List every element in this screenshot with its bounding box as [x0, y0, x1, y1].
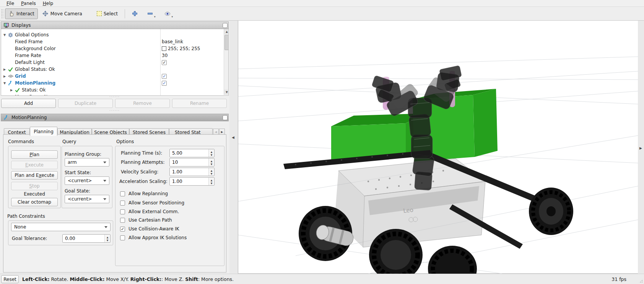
motionplanning-panel-header[interactable]: MotionPlanning: [1, 114, 229, 121]
chevron-down-icon[interactable]: ▾: [154, 15, 156, 18]
tree-row-label: Grid: [14, 73, 26, 79]
velocity-scaling-input[interactable]: [170, 168, 208, 176]
planning-group-select[interactable]: arm: [65, 158, 109, 166]
planning-attempts-input[interactable]: [170, 158, 208, 166]
remove-display-button[interactable]: Remove: [115, 99, 170, 108]
tree-row-label: Status: Ok: [21, 87, 46, 93]
goal-tolerance-input[interactable]: [63, 235, 104, 242]
allow-sensor-positioning-checkbox[interactable]: Allow Sensor Positioning: [120, 200, 184, 206]
tree-row-motionplanning[interactable]: ▼ MotionPlanning ✓: [1, 80, 224, 87]
acceleration-scaling-label: Acceleration Scaling:: [119, 179, 168, 184]
collapse-arrow-icon[interactable]: ▼: [2, 82, 7, 85]
tree-row-global-options[interactable]: ▼ Global Options: [1, 31, 224, 38]
spinner-arrows-icon[interactable]: ▲▼: [104, 235, 110, 242]
plan-button[interactable]: Plan: [11, 150, 58, 159]
zoom-in-tool-button[interactable]: [129, 8, 141, 19]
tree-row-status-ok[interactable]: ▶ Status: Ok: [1, 87, 224, 93]
toolbar-grip[interactable]: [1, 9, 3, 19]
frame-rate-value[interactable]: 30: [162, 53, 168, 58]
acceleration-scaling-input[interactable]: [170, 178, 208, 185]
scrollbar-thumb[interactable]: [224, 35, 229, 50]
tree-row-label: Default Light: [14, 60, 45, 65]
rename-display-button[interactable]: Rename: [172, 99, 227, 108]
motionplanning-enabled-checkbox[interactable]: ✓: [162, 81, 167, 86]
spinner-arrows-icon[interactable]: ▲▼: [208, 158, 214, 166]
dock-right-gutter[interactable]: ▶: [638, 21, 644, 274]
start-state-select[interactable]: <current>: [65, 176, 109, 185]
add-display-button[interactable]: Add: [1, 99, 56, 108]
plan-and-execute-button[interactable]: Plan and Execute: [11, 171, 58, 180]
interact-tool-button[interactable]: Interact: [5, 8, 38, 19]
planning-time-input[interactable]: [170, 149, 208, 157]
menu-help[interactable]: Help: [39, 0, 57, 7]
expand-arrow-icon[interactable]: ▶: [2, 68, 7, 71]
view-tool-button[interactable]: ▾: [161, 8, 177, 19]
expand-arrow-icon[interactable]: ▶: [2, 75, 7, 78]
tree-row-default-light[interactable]: Default Light ✓: [1, 59, 224, 66]
scroll-down-icon[interactable]: ▼: [224, 90, 229, 95]
tab-planning[interactable]: Planning: [30, 127, 57, 136]
panel-float-button[interactable]: [223, 23, 228, 28]
expand-arrow-icon[interactable]: ▶: [9, 88, 14, 92]
select-tool-button[interactable]: Select: [94, 8, 121, 19]
chevron-down-icon[interactable]: ▾: [171, 15, 173, 18]
menu-file[interactable]: File: [3, 0, 18, 7]
background-color-value[interactable]: 255; 255; 255: [162, 46, 200, 51]
allow-external-comm-checkbox[interactable]: Allow External Comm.: [120, 209, 179, 214]
motionplanning-icon: [7, 81, 14, 86]
use-collision-aware-ik-checkbox[interactable]: ✓Use Collision-Aware IK: [120, 226, 179, 232]
tree-row-grid[interactable]: ▶ Grid ✓: [1, 73, 224, 80]
planning-attempts-spinner[interactable]: ▲▼: [169, 158, 215, 166]
tree-scrollbar[interactable]: ▲ ▼: [224, 29, 229, 95]
panel-resize-gutter[interactable]: ◀: [229, 21, 238, 274]
allow-replanning-checkbox[interactable]: Allow Replanning: [120, 191, 168, 196]
spinner-arrows-icon[interactable]: ▲▼: [208, 168, 214, 176]
spinner-arrows-icon[interactable]: ▲▼: [208, 149, 214, 157]
move-camera-tool-button[interactable]: Move Camera: [39, 8, 85, 19]
scroll-up-icon[interactable]: ▲: [224, 29, 229, 34]
collapse-left-icon[interactable]: ◀: [232, 135, 234, 139]
chevron-down-icon: [103, 198, 106, 200]
duplicate-display-button[interactable]: Duplicate: [58, 99, 113, 108]
tree-row-background-color[interactable]: Background Color 255; 255; 255: [1, 45, 224, 52]
planning-time-label: Planning Time (s):: [121, 150, 162, 156]
tree-row-frame-rate[interactable]: Frame Rate 30: [1, 52, 224, 59]
splitter-handle[interactable]: ······: [0, 110, 229, 112]
plus-icon: [132, 11, 138, 17]
default-light-checkbox[interactable]: ✓: [162, 60, 167, 65]
tree-row-fixed-frame[interactable]: Fixed Frame base_link: [1, 38, 224, 45]
fixed-frame-value[interactable]: base_link: [162, 39, 183, 44]
svg-text:Leo: Leo: [403, 206, 414, 214]
panel-float-button[interactable]: [223, 115, 228, 120]
goal-state-select[interactable]: <current>: [65, 195, 109, 203]
execute-button[interactable]: Execute: [11, 161, 58, 169]
clear-octomap-button[interactable]: Clear octomap: [11, 198, 58, 206]
monitor-icon: [3, 22, 9, 28]
collapse-arrow-icon[interactable]: ▼: [2, 33, 7, 37]
collapse-right-icon[interactable]: ▶: [639, 146, 642, 150]
zoom-out-tool-button[interactable]: ▾: [144, 8, 159, 19]
splitter-handle[interactable]: ······: [0, 96, 229, 98]
fps-counter: 31 fps: [611, 276, 626, 282]
menu-panels[interactable]: Panels: [18, 0, 39, 7]
velocity-scaling-spinner[interactable]: ▲▼: [169, 168, 215, 176]
3d-viewport[interactable]: Leo: [238, 21, 638, 274]
reset-button[interactable]: Reset: [1, 275, 19, 283]
tree-row-global-status[interactable]: ▶ Global Status: Ok: [1, 66, 224, 73]
allow-approx-ik-solutions-checkbox[interactable]: Allow Approx IK Solutions: [120, 235, 187, 240]
use-cartesian-path-checkbox[interactable]: Use Cartesian Path: [120, 217, 172, 223]
grid-enabled-checkbox[interactable]: ✓: [162, 74, 167, 79]
stop-button[interactable]: Stop: [11, 182, 58, 190]
planning-time-spinner[interactable]: ▲▼: [169, 149, 215, 157]
tree-row-label: Move Group Namespace: [14, 94, 71, 96]
acceleration-scaling-spinner[interactable]: ▲▼: [169, 177, 215, 186]
window-resize-grip[interactable]: [638, 278, 643, 283]
displays-tree[interactable]: ▼ Global Options Fixed Frame base_link B…: [1, 29, 229, 96]
path-constraints-select[interactable]: None: [11, 223, 111, 231]
goal-tolerance-spinner[interactable]: ▲▼: [62, 234, 111, 243]
displays-panel-header[interactable]: Displays: [1, 21, 229, 29]
planning-group-label: Planning Group:: [65, 152, 101, 157]
spinner-arrows-icon[interactable]: ▲▼: [208, 178, 214, 185]
displays-panel-title: Displays: [11, 23, 31, 28]
tree-row-label: MotionPlanning: [14, 80, 55, 86]
